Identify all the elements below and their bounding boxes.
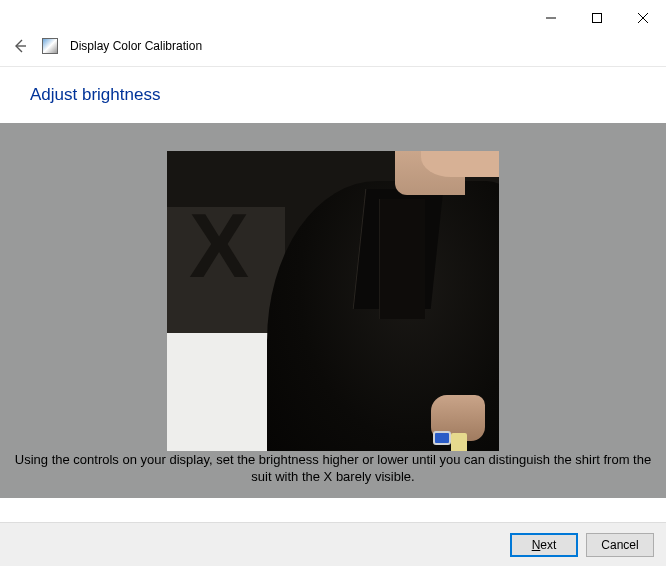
window-titlebar xyxy=(0,0,666,32)
next-button[interactable]: Next xyxy=(510,533,578,557)
sample-shirt xyxy=(379,199,425,319)
sample-x-mark: X xyxy=(189,195,249,298)
minimize-button[interactable] xyxy=(528,4,574,32)
header-bar: Display Color Calibration xyxy=(0,32,666,67)
window-title: Display Color Calibration xyxy=(70,39,202,53)
maximize-button[interactable] xyxy=(574,4,620,32)
page-heading: Adjust brightness xyxy=(0,67,666,123)
sample-pen-yellow xyxy=(451,433,467,451)
app-icon xyxy=(42,38,58,54)
next-button-rest: ext xyxy=(540,538,556,552)
close-button[interactable] xyxy=(620,4,666,32)
sample-chin xyxy=(421,151,499,177)
content-area: X Using the controls on your display, se… xyxy=(0,123,666,498)
svg-rect-1 xyxy=(593,14,602,23)
footer-bar: Next Cancel xyxy=(0,522,666,566)
instruction-text: Using the controls on your display, set … xyxy=(0,451,666,486)
brightness-sample-image: X xyxy=(167,151,499,451)
back-arrow-icon[interactable] xyxy=(10,36,30,56)
cancel-button[interactable]: Cancel xyxy=(586,533,654,557)
sample-pen-blue xyxy=(433,431,451,445)
